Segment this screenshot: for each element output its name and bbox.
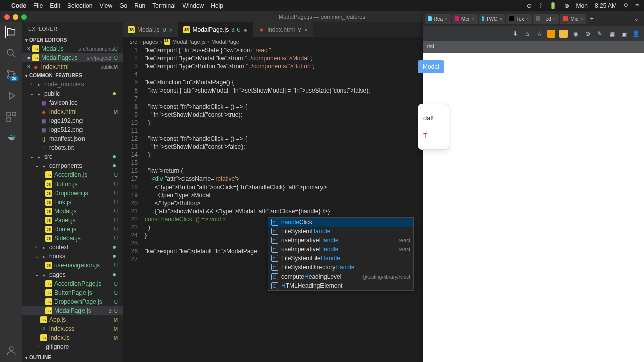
folder-item[interactable]: ⌄▸components: [22, 161, 123, 170]
close-window-icon[interactable]: [4, 14, 10, 20]
menu-run[interactable]: Run: [134, 2, 145, 9]
file-item[interactable]: ▨favicon.ico: [22, 98, 123, 107]
file-item[interactable]: JSSidebar.jsU: [22, 234, 123, 243]
browser-tab[interactable]: Rea×: [425, 14, 451, 24]
autocomplete-popup[interactable]: ▢handleClick▢FileSystemHandle▢useImperat…: [268, 217, 414, 291]
explorer-icon[interactable]: [5, 26, 17, 38]
file-item[interactable]: JSModal.jsU: [22, 207, 123, 216]
menu-view[interactable]: View: [99, 2, 112, 9]
bluetooth-icon[interactable]: ᛒ: [539, 2, 542, 9]
autocomplete-item[interactable]: ▢HTMLHeadingElement: [268, 281, 413, 290]
open-editor-item[interactable]: ×JSModal.jssrc/componentsU: [22, 44, 123, 53]
folder-item[interactable]: ›▸context: [22, 243, 123, 252]
file-item[interactable]: ≡.gitignore: [22, 342, 123, 351]
autocomplete-item[interactable]: ▢FileSystemDirectoryHandle: [268, 263, 413, 272]
file-item[interactable]: JSRoute.jsU: [22, 225, 123, 234]
file-item[interactable]: JSDropdown.jsU: [22, 189, 123, 198]
browser-tab[interactable]: Fed×: [533, 14, 559, 24]
menu-go[interactable]: Go: [119, 2, 127, 9]
profile-icon[interactable]: 👤: [632, 30, 640, 38]
open-editor-item[interactable]: ●JSModalPage.jssrc/pages3, U: [22, 53, 123, 62]
file-item[interactable]: JSindex.jsM: [22, 333, 123, 342]
editor-tab[interactable]: JSModalPage.js3, U●: [178, 22, 253, 37]
file-item[interactable]: ▨logo192.png: [22, 116, 123, 125]
menu-selection[interactable]: Selection: [67, 2, 92, 9]
accounts-icon[interactable]: [5, 345, 17, 357]
open-editors-section[interactable]: OPEN EDITORS: [22, 36, 123, 44]
menu-app[interactable]: Code: [11, 2, 26, 9]
clock-day[interactable]: Mon: [576, 2, 588, 9]
autocomplete-item[interactable]: ▢FileSystemFileHandle: [268, 254, 413, 263]
browser-tab[interactable]: TWC×: [479, 14, 505, 24]
autocomplete-item[interactable]: ▢FileSystemHandle: [268, 227, 413, 236]
source-control-icon[interactable]: 26: [5, 68, 17, 80]
ext5-icon[interactable]: ✎: [596, 30, 604, 38]
browser-viewport[interactable]: Modal dal! T: [423, 53, 644, 362]
browser-tab[interactable]: Mer×: [452, 14, 478, 24]
ext1-icon[interactable]: [547, 30, 555, 38]
battery-icon[interactable]: 🔋: [549, 2, 557, 9]
more-icon[interactable]: ⋯: [112, 26, 117, 32]
open-editor-item[interactable]: ×◆index.htmlpublicM: [22, 62, 123, 71]
folder-item[interactable]: ›▸node_modules: [22, 80, 123, 89]
file-item[interactable]: JSButton.jsU: [22, 179, 123, 189]
ext4-icon[interactable]: ⊘: [584, 30, 592, 38]
file-item[interactable]: ▨logo512.png: [22, 125, 123, 134]
maximize-window-icon[interactable]: [21, 14, 27, 20]
file-item[interactable]: ≡robots.txt: [22, 143, 123, 152]
ext7-icon[interactable]: ▣: [620, 30, 628, 38]
file-item[interactable]: JSuse-navigation.jsU: [22, 261, 123, 270]
new-tab-button[interactable]: +: [587, 15, 597, 22]
browser-tab[interactable]: Mic×: [560, 14, 586, 24]
home-icon[interactable]: ⌂: [523, 30, 531, 38]
file-item[interactable]: JSLink.jsU: [22, 198, 123, 207]
clock-time[interactable]: 8:25 AM: [595, 2, 617, 9]
menu-edit[interactable]: Edit: [50, 2, 60, 9]
file-item[interactable]: JSAccordion.jsU: [22, 170, 123, 179]
menu-terminal[interactable]: Terminal: [152, 2, 175, 9]
file-item[interactable]: JSModalPage.js3, U: [22, 306, 123, 315]
file-item[interactable]: #index.cssM: [22, 324, 123, 333]
accept-button[interactable]: T: [423, 132, 434, 139]
star-icon[interactable]: ☆: [535, 30, 543, 38]
close-tab-icon[interactable]: ●: [244, 26, 248, 34]
file-item[interactable]: JSButtonPage.jsU: [22, 288, 123, 297]
menu-help[interactable]: Help: [211, 2, 223, 9]
ext2-icon[interactable]: [559, 30, 568, 38]
address-bar-fragment[interactable]: dal: [423, 41, 644, 53]
docker-icon[interactable]: 🐳: [5, 132, 17, 144]
window-controls[interactable]: [4, 14, 27, 20]
file-item[interactable]: {}package-lock.jsonM: [22, 351, 123, 353]
project-section[interactable]: COMMON_FEATURES: [22, 71, 123, 80]
search-icon[interactable]: [5, 47, 17, 59]
open-modal-button[interactable]: Modal: [418, 60, 444, 73]
close-tab-icon[interactable]: ×: [169, 26, 173, 34]
autocomplete-item[interactable]: ▢computeHeadingLevel@testing-library/rea…: [268, 272, 413, 281]
folder-item[interactable]: ⌄▸pages: [22, 270, 123, 279]
status-icon[interactable]: ⊙: [527, 2, 532, 9]
chevron-down-icon[interactable]: ⌄: [634, 15, 642, 22]
folder-item[interactable]: ⌄▸hooks: [22, 252, 123, 261]
file-item[interactable]: ◆index.htmlM: [22, 107, 123, 116]
ext6-icon[interactable]: ▦: [608, 30, 616, 38]
close-tab-icon[interactable]: ×: [304, 26, 308, 34]
folder-item[interactable]: ⌄▸src: [22, 152, 123, 161]
outline-section[interactable]: OUTLINE: [22, 353, 123, 362]
editor-tab[interactable]: ◆index.htmlM×: [253, 22, 313, 37]
editor-tab[interactable]: JSModal.jsU×: [123, 22, 178, 37]
menu-file[interactable]: File: [33, 2, 43, 9]
file-item[interactable]: JSPanel.jsU: [22, 216, 123, 225]
folder-item[interactable]: ⌄▸public: [22, 89, 123, 98]
wifi-icon[interactable]: ⊚: [564, 2, 569, 9]
download-icon[interactable]: ⬇: [511, 30, 519, 38]
browser-tab[interactable]: Tex×: [506, 14, 532, 24]
autocomplete-item[interactable]: ▢useImperativeHandlereact: [268, 236, 413, 245]
ext3-icon[interactable]: ◉: [572, 30, 580, 38]
control-center-icon[interactable]: ≡: [635, 2, 639, 9]
autocomplete-item[interactable]: ▢handleClick: [268, 218, 413, 227]
file-item[interactable]: JSDropdownPage.jsU: [22, 297, 123, 306]
menu-window[interactable]: Window: [183, 2, 204, 9]
extensions-icon[interactable]: [5, 111, 17, 123]
autocomplete-item[interactable]: ▢useImperativeHandlereact: [268, 245, 413, 254]
file-item[interactable]: JSAccordionPage.jsU: [22, 279, 123, 288]
